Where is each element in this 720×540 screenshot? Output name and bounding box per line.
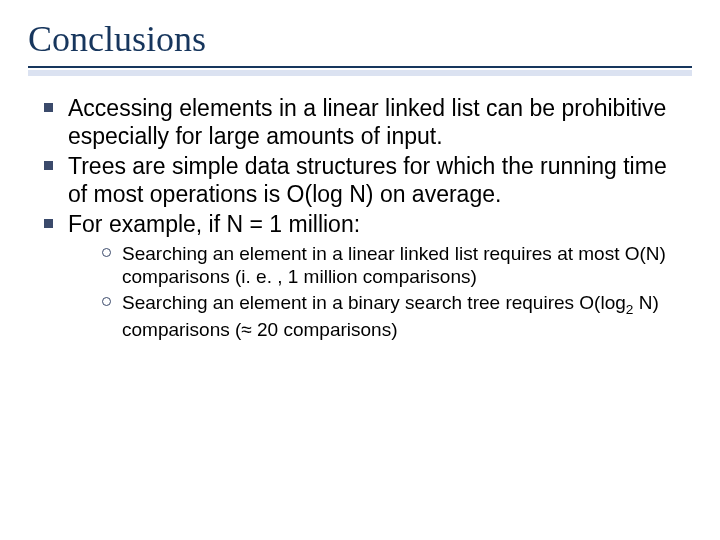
slide: Conclusions Accessing elements in a line… (0, 0, 720, 540)
slide-title: Conclusions (28, 18, 692, 60)
bullet-text: Trees are simple data structures for whi… (68, 152, 692, 208)
title-underline (28, 66, 692, 76)
sub-bullet-list: Searching an element in a linear linked … (28, 242, 692, 341)
square-bullet-icon (28, 210, 68, 228)
list-item: Searching an element in a binary search … (90, 291, 692, 342)
list-item: Accessing elements in a linear linked li… (28, 94, 692, 150)
bullet-list: Accessing elements in a linear linked li… (28, 94, 692, 238)
slide-content: Accessing elements in a linear linked li… (28, 94, 692, 341)
list-item: For example, if N = 1 million: (28, 210, 692, 238)
square-bullet-icon (28, 94, 68, 112)
list-item: Searching an element in a linear linked … (90, 242, 692, 288)
text-fragment: Searching an element in a binary search … (122, 292, 626, 313)
circle-bullet-icon (90, 291, 122, 306)
list-item: Trees are simple data structures for whi… (28, 152, 692, 208)
bullet-text: For example, if N = 1 million: (68, 210, 692, 238)
square-bullet-icon (28, 152, 68, 170)
sub-bullet-text: Searching an element in a linear linked … (122, 242, 692, 288)
circle-bullet-icon (90, 242, 122, 257)
bullet-text: Accessing elements in a linear linked li… (68, 94, 692, 150)
sub-bullet-text: Searching an element in a binary search … (122, 291, 692, 342)
